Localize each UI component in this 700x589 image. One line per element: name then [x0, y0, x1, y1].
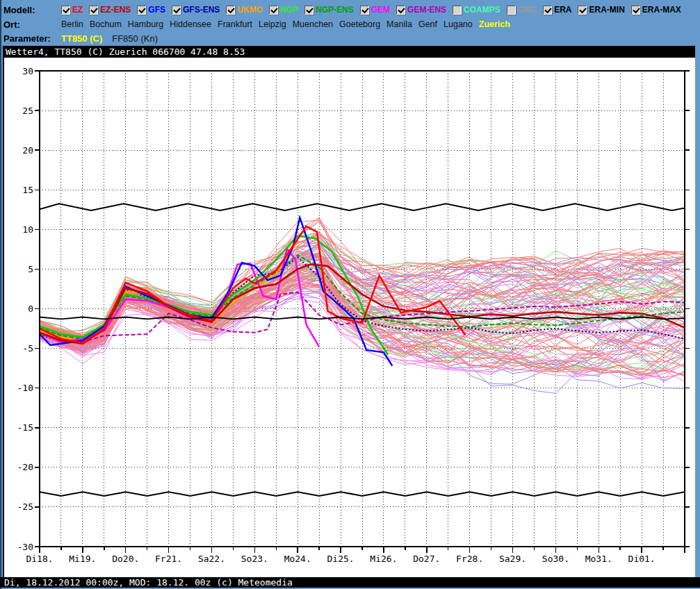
- x-tick-label: Mi19.: [69, 554, 96, 564]
- location-lugano[interactable]: Lugano: [443, 19, 473, 29]
- model-item-ez-ens[interactable]: EZ-ENS: [89, 5, 131, 15]
- model-label-coamps[interactable]: COAMPS: [464, 5, 500, 15]
- x-tick-label: Do27.: [413, 554, 440, 564]
- model-label-gem-ens[interactable]: GEM-ENS: [407, 5, 446, 15]
- parameter-tt850-c[interactable]: TT850 (C): [61, 33, 102, 44]
- model-label-era-max[interactable]: ERA-MAX: [642, 5, 681, 15]
- checkbox-coamps[interactable]: [453, 6, 462, 15]
- checkbox-gme[interactable]: [507, 6, 516, 15]
- y-tick-label: 30: [22, 66, 33, 76]
- model-item-coamps[interactable]: COAMPS: [453, 5, 500, 15]
- model-label-ngp-ens[interactable]: NGP-ENS: [316, 5, 354, 15]
- checkbox-era-max[interactable]: [631, 6, 640, 15]
- location-berlin[interactable]: Berlin: [61, 19, 83, 29]
- checkbox-ngp[interactable]: [269, 6, 278, 15]
- location-list: BerlinBochumHamburgHiddenseeFrankfurtLei…: [61, 19, 516, 29]
- plot-panel: 302520151050-5-10-15-20-25-30Di18.Mi19.D…: [3, 58, 695, 577]
- checkbox-ngp-ens[interactable]: [304, 6, 314, 15]
- model-row-label: Modell:: [3, 5, 35, 15]
- x-tick-label: Sa29.: [499, 554, 526, 564]
- x-tick-label: So23.: [241, 554, 268, 564]
- y-tick-label: 0: [28, 304, 33, 314]
- y-tick-label: -10: [17, 383, 33, 393]
- location-frankfurt[interactable]: Frankfurt: [218, 19, 252, 29]
- y-tick-label: -20: [17, 462, 33, 472]
- model-item-ez[interactable]: EZ: [61, 5, 83, 15]
- y-tick-label: 5: [28, 264, 33, 274]
- parameter-row: Parameter: TT850 (C)FF850 (Kn): [0, 32, 700, 44]
- meteogram-chart: 302520151050-5-10-15-20-25-30Di18.Mi19.D…: [4, 58, 695, 577]
- series-era-min: [40, 492, 685, 496]
- model-item-ngp[interactable]: NGP: [269, 5, 298, 15]
- location-leipzig[interactable]: Leipzig: [259, 19, 286, 29]
- y-tick-label: -30: [17, 542, 33, 552]
- parameter-ff850-kn[interactable]: FF850 (Kn): [112, 33, 158, 44]
- location-genf[interactable]: Genf: [418, 19, 437, 29]
- x-tick-label: Mo31.: [585, 554, 612, 564]
- plot-title-bar: Wetter4, TT850 (C) Zuerich 066700 47.48 …: [3, 46, 695, 58]
- model-item-gme[interactable]: GME: [507, 5, 537, 15]
- checkbox-ez-ens[interactable]: [89, 6, 98, 15]
- location-hamburg[interactable]: Hamburg: [128, 19, 163, 29]
- x-tick-label: Mo24.: [284, 554, 311, 564]
- model-label-era-min[interactable]: ERA-MIN: [589, 5, 624, 15]
- model-label-ez-ens[interactable]: EZ-ENS: [100, 5, 131, 15]
- model-label-ngp[interactable]: NGP: [280, 5, 298, 15]
- y-tick-label: -15: [17, 422, 33, 433]
- model-label-gem[interactable]: GEM: [371, 5, 390, 15]
- checkbox-era[interactable]: [543, 6, 552, 15]
- x-tick-label: Mi26.: [370, 554, 397, 564]
- window-left-edge: [0, 0, 1, 589]
- model-list: EZEZ-ENSGFSGFS-ENSUKMONGPNGP-ENSGEMGEM-E…: [61, 5, 687, 15]
- x-tick-label: Fr28.: [456, 554, 483, 564]
- parameter-row-label: Parameter:: [3, 33, 51, 44]
- model-label-gme[interactable]: GME: [518, 5, 537, 15]
- checkbox-gfs-ens[interactable]: [172, 6, 181, 15]
- model-item-gem-ens[interactable]: GEM-ENS: [396, 5, 446, 15]
- checkbox-era-min[interactable]: [578, 6, 587, 15]
- model-item-ngp-ens[interactable]: NGP-ENS: [304, 5, 354, 15]
- x-tick-label: Di01.: [628, 554, 656, 564]
- model-label-ukmo[interactable]: UKMO: [237, 5, 263, 15]
- model-item-ukmo[interactable]: UKMO: [226, 5, 263, 15]
- model-row: Modell: EZEZ-ENSGFSGFS-ENSUKMONGPNGP-ENS…: [0, 3, 700, 16]
- status-bar: Di, 18.12.2012 00:00z, MOD: 18.12. 00z (…: [0, 577, 700, 588]
- y-tick-label: 10: [22, 224, 33, 235]
- checkbox-ukmo[interactable]: [226, 6, 235, 15]
- location-row-label: Ort:: [3, 19, 20, 30]
- x-tick-label: Di18.: [26, 554, 53, 564]
- checkbox-ez[interactable]: [61, 6, 70, 15]
- y-tick-label: 20: [22, 145, 33, 156]
- model-label-ez[interactable]: EZ: [72, 5, 83, 15]
- model-item-gfs[interactable]: GFS: [137, 5, 165, 15]
- x-tick-label: Sa22.: [198, 554, 225, 564]
- x-tick-label: Do20.: [112, 554, 139, 564]
- model-item-gem[interactable]: GEM: [360, 5, 390, 15]
- location-zuerich[interactable]: Zuerich: [479, 19, 510, 29]
- model-label-gfs[interactable]: GFS: [148, 5, 165, 15]
- model-item-era-min[interactable]: ERA-MIN: [578, 5, 624, 15]
- x-tick-label: Di25.: [327, 554, 354, 564]
- location-manila[interactable]: Manila: [386, 19, 412, 29]
- model-label-gfs-ens[interactable]: GFS-ENS: [183, 5, 220, 15]
- model-item-era-max[interactable]: ERA-MAX: [631, 5, 681, 15]
- y-tick-label: -25: [17, 501, 33, 512]
- checkbox-gfs[interactable]: [137, 6, 146, 15]
- model-item-era[interactable]: ERA: [543, 5, 571, 15]
- model-item-gfs-ens[interactable]: GFS-ENS: [172, 5, 220, 15]
- y-tick-label: 25: [22, 106, 33, 116]
- location-bochum[interactable]: Bochum: [90, 19, 122, 29]
- plot-title-text: Wetter4, TT850 (C) Zuerich 066700 47.48 …: [6, 47, 245, 57]
- x-tick-label: Fr21.: [155, 554, 182, 564]
- location-muenchen[interactable]: Muenchen: [293, 19, 333, 29]
- location-hiddensee[interactable]: Hiddensee: [170, 19, 211, 29]
- checkbox-gem-ens[interactable]: [396, 6, 405, 15]
- x-tick-label: So30.: [542, 554, 569, 564]
- location-row: Ort: BerlinBochumHamburgHiddenseeFrankfu…: [0, 18, 700, 31]
- y-tick-label: 15: [22, 185, 33, 195]
- wetter4-window: Modell: EZEZ-ENSGFSGFS-ENSUKMONGPNGP-ENS…: [0, 0, 700, 589]
- location-goeteborg[interactable]: Goeteborg: [339, 19, 380, 29]
- status-bar-text: Di, 18.12.2012 00:00z, MOD: 18.12. 00z (…: [4, 577, 293, 588]
- checkbox-gem[interactable]: [360, 6, 369, 15]
- model-label-era[interactable]: ERA: [554, 5, 571, 15]
